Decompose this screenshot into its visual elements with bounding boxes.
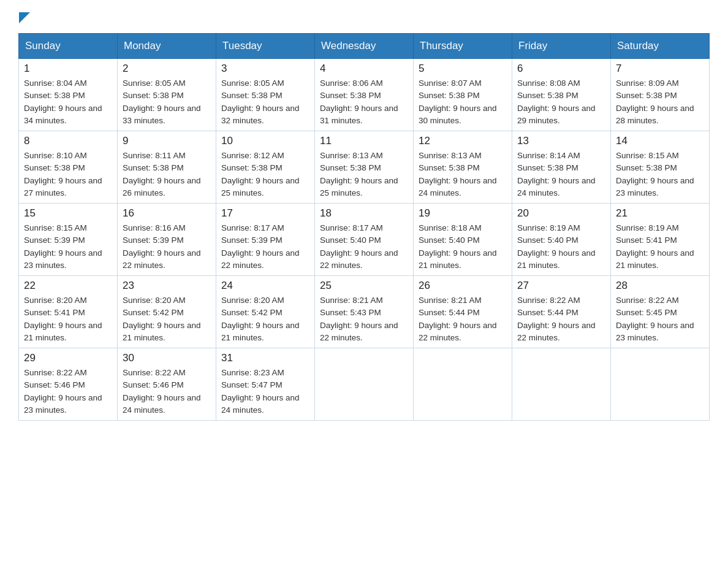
cell-day-number: 24 bbox=[221, 280, 309, 292]
cell-day-number: 4 bbox=[320, 63, 408, 75]
cell-info: Sunrise: 8:14 AM Sunset: 5:38 PM Dayligh… bbox=[517, 150, 605, 199]
page-header bbox=[18, 12, 710, 22]
cell-info: Sunrise: 8:23 AM Sunset: 5:47 PM Dayligh… bbox=[221, 367, 309, 416]
cell-info: Sunrise: 8:07 AM Sunset: 5:38 PM Dayligh… bbox=[419, 77, 507, 127]
cell-info: Sunrise: 8:18 AM Sunset: 5:40 PM Dayligh… bbox=[419, 222, 507, 272]
cell-info: Sunrise: 8:15 AM Sunset: 5:38 PM Dayligh… bbox=[616, 150, 704, 199]
calendar-cell: 10 Sunrise: 8:12 AM Sunset: 5:38 PM Dayl… bbox=[216, 131, 315, 204]
cell-day-number: 11 bbox=[320, 135, 408, 147]
cell-day-number: 6 bbox=[517, 63, 605, 75]
cell-day-number: 29 bbox=[24, 352, 112, 364]
cell-info: Sunrise: 8:09 AM Sunset: 5:38 PM Dayligh… bbox=[616, 77, 704, 127]
cell-info: Sunrise: 8:19 AM Sunset: 5:41 PM Dayligh… bbox=[616, 222, 704, 272]
cell-info: Sunrise: 8:21 AM Sunset: 5:43 PM Dayligh… bbox=[320, 294, 408, 344]
calendar-week-row: 22 Sunrise: 8:20 AM Sunset: 5:41 PM Dayl… bbox=[19, 276, 710, 348]
day-header-thursday: Thursday bbox=[414, 34, 512, 59]
calendar-cell: 22 Sunrise: 8:20 AM Sunset: 5:41 PM Dayl… bbox=[19, 276, 118, 348]
cell-info: Sunrise: 8:22 AM Sunset: 5:46 PM Dayligh… bbox=[123, 367, 211, 416]
cell-info: Sunrise: 8:22 AM Sunset: 5:46 PM Dayligh… bbox=[24, 367, 112, 416]
cell-info: Sunrise: 8:05 AM Sunset: 5:38 PM Dayligh… bbox=[221, 77, 309, 127]
cell-day-number: 16 bbox=[123, 207, 211, 220]
calendar-cell: 20 Sunrise: 8:19 AM Sunset: 5:40 PM Dayl… bbox=[512, 204, 611, 276]
calendar-cell: 31 Sunrise: 8:23 AM Sunset: 5:47 PM Dayl… bbox=[216, 348, 315, 421]
calendar-header-row: SundayMondayTuesdayWednesdayThursdayFrid… bbox=[19, 34, 710, 59]
calendar-cell: 1 Sunrise: 8:04 AM Sunset: 5:38 PM Dayli… bbox=[19, 59, 118, 131]
calendar-week-row: 15 Sunrise: 8:15 AM Sunset: 5:39 PM Dayl… bbox=[19, 204, 710, 276]
calendar-cell: 14 Sunrise: 8:15 AM Sunset: 5:38 PM Dayl… bbox=[611, 131, 710, 204]
cell-day-number: 26 bbox=[419, 280, 507, 292]
calendar-cell: 21 Sunrise: 8:19 AM Sunset: 5:41 PM Dayl… bbox=[611, 204, 710, 276]
calendar-cell: 27 Sunrise: 8:22 AM Sunset: 5:44 PM Dayl… bbox=[512, 276, 611, 348]
day-header-sunday: Sunday bbox=[19, 34, 118, 59]
cell-info: Sunrise: 8:06 AM Sunset: 5:38 PM Dayligh… bbox=[320, 77, 408, 127]
cell-info: Sunrise: 8:10 AM Sunset: 5:38 PM Dayligh… bbox=[24, 150, 112, 199]
calendar-cell: 11 Sunrise: 8:13 AM Sunset: 5:38 PM Dayl… bbox=[315, 131, 414, 204]
calendar-cell bbox=[414, 348, 512, 421]
calendar-week-row: 1 Sunrise: 8:04 AM Sunset: 5:38 PM Dayli… bbox=[19, 59, 710, 131]
calendar-week-row: 8 Sunrise: 8:10 AM Sunset: 5:38 PM Dayli… bbox=[19, 131, 710, 204]
cell-day-number: 14 bbox=[616, 135, 704, 147]
cell-info: Sunrise: 8:13 AM Sunset: 5:38 PM Dayligh… bbox=[419, 150, 507, 199]
calendar-cell: 16 Sunrise: 8:16 AM Sunset: 5:39 PM Dayl… bbox=[118, 204, 216, 276]
cell-day-number: 31 bbox=[221, 352, 309, 364]
calendar-cell: 4 Sunrise: 8:06 AM Sunset: 5:38 PM Dayli… bbox=[315, 59, 414, 131]
calendar-cell: 30 Sunrise: 8:22 AM Sunset: 5:46 PM Dayl… bbox=[118, 348, 216, 421]
calendar-cell: 23 Sunrise: 8:20 AM Sunset: 5:42 PM Dayl… bbox=[118, 276, 216, 348]
calendar-cell: 13 Sunrise: 8:14 AM Sunset: 5:38 PM Dayl… bbox=[512, 131, 611, 204]
cell-day-number: 7 bbox=[616, 63, 704, 75]
cell-info: Sunrise: 8:12 AM Sunset: 5:38 PM Dayligh… bbox=[221, 150, 309, 199]
calendar-cell: 6 Sunrise: 8:08 AM Sunset: 5:38 PM Dayli… bbox=[512, 59, 611, 131]
cell-day-number: 21 bbox=[616, 207, 704, 220]
calendar-cell: 25 Sunrise: 8:21 AM Sunset: 5:43 PM Dayl… bbox=[315, 276, 414, 348]
day-header-monday: Monday bbox=[118, 34, 216, 59]
cell-day-number: 28 bbox=[616, 280, 704, 292]
cell-day-number: 10 bbox=[221, 135, 309, 147]
calendar-cell: 5 Sunrise: 8:07 AM Sunset: 5:38 PM Dayli… bbox=[414, 59, 512, 131]
calendar-cell: 12 Sunrise: 8:13 AM Sunset: 5:38 PM Dayl… bbox=[414, 131, 512, 204]
cell-day-number: 8 bbox=[24, 135, 112, 147]
calendar-cell bbox=[512, 348, 611, 421]
cell-day-number: 5 bbox=[419, 63, 507, 75]
cell-day-number: 3 bbox=[221, 63, 309, 75]
calendar-cell bbox=[611, 348, 710, 421]
cell-info: Sunrise: 8:19 AM Sunset: 5:40 PM Dayligh… bbox=[517, 222, 605, 272]
cell-info: Sunrise: 8:11 AM Sunset: 5:38 PM Dayligh… bbox=[123, 150, 211, 199]
cell-day-number: 30 bbox=[123, 352, 211, 364]
cell-info: Sunrise: 8:20 AM Sunset: 5:42 PM Dayligh… bbox=[221, 294, 309, 344]
svg-marker-0 bbox=[19, 12, 30, 23]
calendar-cell: 9 Sunrise: 8:11 AM Sunset: 5:38 PM Dayli… bbox=[118, 131, 216, 204]
cell-info: Sunrise: 8:21 AM Sunset: 5:44 PM Dayligh… bbox=[419, 294, 507, 344]
day-header-saturday: Saturday bbox=[611, 34, 710, 59]
cell-info: Sunrise: 8:20 AM Sunset: 5:42 PM Dayligh… bbox=[123, 294, 211, 344]
cell-day-number: 13 bbox=[517, 135, 605, 147]
cell-day-number: 17 bbox=[221, 207, 309, 220]
cell-info: Sunrise: 8:04 AM Sunset: 5:38 PM Dayligh… bbox=[24, 77, 112, 127]
cell-day-number: 1 bbox=[24, 63, 112, 75]
cell-info: Sunrise: 8:17 AM Sunset: 5:40 PM Dayligh… bbox=[320, 222, 408, 272]
calendar-cell: 2 Sunrise: 8:05 AM Sunset: 5:38 PM Dayli… bbox=[118, 59, 216, 131]
day-header-wednesday: Wednesday bbox=[315, 34, 414, 59]
day-header-friday: Friday bbox=[512, 34, 611, 59]
logo bbox=[18, 12, 30, 22]
calendar-cell: 15 Sunrise: 8:15 AM Sunset: 5:39 PM Dayl… bbox=[19, 204, 118, 276]
calendar-cell: 7 Sunrise: 8:09 AM Sunset: 5:38 PM Dayli… bbox=[611, 59, 710, 131]
cell-day-number: 27 bbox=[517, 280, 605, 292]
cell-info: Sunrise: 8:22 AM Sunset: 5:45 PM Dayligh… bbox=[616, 294, 704, 344]
cell-info: Sunrise: 8:16 AM Sunset: 5:39 PM Dayligh… bbox=[123, 222, 211, 272]
cell-day-number: 2 bbox=[123, 63, 211, 75]
calendar-cell: 24 Sunrise: 8:20 AM Sunset: 5:42 PM Dayl… bbox=[216, 276, 315, 348]
calendar-cell: 8 Sunrise: 8:10 AM Sunset: 5:38 PM Dayli… bbox=[19, 131, 118, 204]
calendar-cell bbox=[315, 348, 414, 421]
cell-info: Sunrise: 8:20 AM Sunset: 5:41 PM Dayligh… bbox=[24, 294, 112, 344]
cell-day-number: 9 bbox=[123, 135, 211, 147]
day-header-tuesday: Tuesday bbox=[216, 34, 315, 59]
calendar-cell: 18 Sunrise: 8:17 AM Sunset: 5:40 PM Dayl… bbox=[315, 204, 414, 276]
cell-info: Sunrise: 8:05 AM Sunset: 5:38 PM Dayligh… bbox=[123, 77, 211, 127]
cell-info: Sunrise: 8:13 AM Sunset: 5:38 PM Dayligh… bbox=[320, 150, 408, 199]
cell-day-number: 22 bbox=[24, 280, 112, 292]
calendar-cell: 17 Sunrise: 8:17 AM Sunset: 5:39 PM Dayl… bbox=[216, 204, 315, 276]
cell-day-number: 15 bbox=[24, 207, 112, 220]
cell-info: Sunrise: 8:17 AM Sunset: 5:39 PM Dayligh… bbox=[221, 222, 309, 272]
cell-day-number: 25 bbox=[320, 280, 408, 292]
cell-day-number: 19 bbox=[419, 207, 507, 220]
